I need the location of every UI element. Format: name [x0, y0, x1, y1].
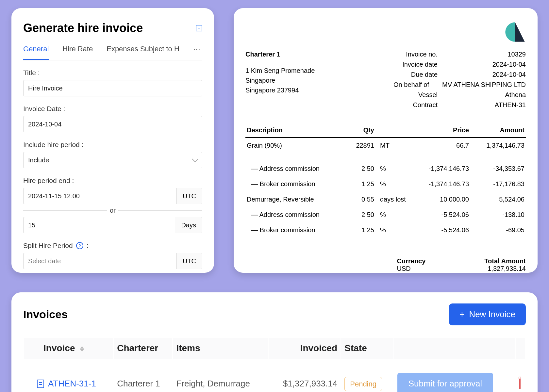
line-item: Demurrage, Reversible0.55days lost10,000…: [245, 192, 526, 207]
title-input[interactable]: [23, 80, 202, 96]
tabs: General Hire Rate Expenses Subject to H …: [23, 45, 202, 60]
period-end-label: Hire period end: [23, 177, 202, 185]
days-addon: Days: [175, 217, 202, 233]
utc-addon: UTC: [177, 188, 202, 204]
file-icon: [37, 380, 44, 388]
new-invoice-button[interactable]: + New Invoice: [449, 303, 526, 325]
line-item: — Address commission2.50%-5,524.06-138.1…: [245, 207, 526, 222]
col-description: Description: [245, 123, 340, 138]
submit-for-approval-button[interactable]: Submit for approval: [397, 373, 493, 392]
meta-value: Athena: [451, 90, 526, 100]
sort-icon[interactable]: [80, 346, 84, 351]
plus-icon: +: [459, 309, 464, 319]
split-period-label: Split Hire Period: [23, 242, 73, 250]
days-input[interactable]: [23, 217, 175, 233]
meta-value: 10329: [451, 49, 526, 59]
tab-general[interactable]: General: [23, 45, 49, 60]
col-items[interactable]: Items: [173, 338, 268, 359]
invoice-preview: Charterer 1 1 Kim Seng Promenade Singapo…: [234, 8, 538, 273]
state-badge: Pending: [344, 377, 382, 391]
col-invoice[interactable]: Invoice: [24, 338, 113, 359]
line-item: — Broker commission1.25%-1,374,146.73-17…: [245, 176, 526, 192]
help-icon[interactable]: ?: [76, 242, 83, 249]
meta-value: 2024-10-04: [451, 59, 526, 70]
totals: Currency USD Total Amount 1,327,933.14: [245, 257, 526, 272]
title-label: Title: [23, 69, 202, 77]
col-charterer[interactable]: Charterer: [114, 338, 172, 359]
line-item: — Address commission2.50%-1,374,146.73-3…: [245, 161, 526, 176]
line-item: — Broker commission1.25%-5,524.06-69.05: [245, 222, 526, 238]
meta-key: Due date: [382, 70, 438, 80]
total-label: Total Amount: [484, 257, 526, 265]
include-period-select[interactable]: Include: [23, 152, 202, 168]
col-qty: Qty: [340, 123, 375, 138]
trash-icon[interactable]: [519, 379, 521, 389]
charterer-addr-1: 1 Kim Seng Promenade: [245, 66, 315, 75]
line-items-table: Description Qty Price Amount Grain (90%)…: [245, 123, 526, 238]
currency-value: USD: [397, 265, 426, 272]
row-invoiced: $1,327,933.14: [269, 360, 341, 392]
total-value: 1,327,933.14: [484, 265, 526, 272]
charterer-block: Charterer 1 1 Kim Seng Promenade Singapo…: [245, 49, 315, 110]
company-logo-icon: [504, 21, 526, 43]
include-period-value: Include: [28, 156, 49, 164]
new-invoice-label: New Invoice: [469, 309, 515, 319]
meta-value: ATHEN-31: [451, 100, 526, 110]
row-items: Freight, Demurrage: [173, 360, 268, 392]
tabs-overflow-icon[interactable]: ⋯: [193, 45, 200, 60]
split-period-input[interactable]: [23, 253, 177, 269]
charterer-addr-2: Singapore: [245, 75, 315, 85]
invoice-date-label: Invoice Date: [23, 105, 202, 113]
meta-key: On behalf of: [374, 80, 429, 90]
invoice-meta: Invoice no.10329Invoice date2024-10-04Du…: [374, 49, 526, 110]
col-amount: Amount: [470, 123, 526, 138]
meta-key: Vessel: [382, 90, 438, 100]
tab-hire-rate[interactable]: Hire Rate: [62, 45, 93, 60]
meta-key: Invoice no.: [382, 49, 438, 59]
col-price: Price: [411, 123, 470, 138]
invoice-row[interactable]: ATHEN-31-1 Charterer 1 Freight, Demurrag…: [24, 360, 525, 392]
col-invoiced[interactable]: Invoiced: [269, 338, 341, 359]
or-divider: or: [110, 207, 116, 214]
meta-value: MV ATHENA SHIPPING LTD: [442, 80, 526, 90]
meta-key: Invoice date: [382, 59, 438, 70]
tab-expenses[interactable]: Expenses Subject to H: [107, 45, 179, 60]
invoice-date-input[interactable]: [23, 116, 202, 132]
meta-key: Contract: [382, 100, 438, 110]
utc-addon-2: UTC: [177, 253, 202, 269]
line-item: Grain (90%)22891MT66.71,374,146.73: [245, 138, 526, 153]
generate-invoice-form: Generate hire invoice − General Hire Rat…: [11, 8, 214, 273]
chevron-down-icon: [192, 156, 198, 162]
col-unit: [375, 123, 411, 138]
col-state[interactable]: State: [341, 338, 393, 359]
charterer-addr-3: Singapore 237994: [245, 85, 315, 95]
currency-label: Currency: [397, 257, 426, 265]
row-charterer: Charterer 1: [114, 360, 172, 392]
invoice-name-link[interactable]: ATHEN-31-1: [27, 379, 110, 389]
invoices-list: Invoices + New Invoice Invoice Charterer…: [11, 292, 538, 392]
collapse-icon[interactable]: −: [196, 25, 202, 31]
invoices-title: Invoices: [23, 308, 68, 321]
charterer-name: Charterer 1: [245, 49, 315, 59]
include-period-label: Include hire period: [23, 141, 202, 149]
period-end-input[interactable]: [23, 188, 177, 204]
form-title: Generate hire invoice: [23, 21, 143, 35]
meta-value: 2024-10-04: [451, 70, 526, 80]
